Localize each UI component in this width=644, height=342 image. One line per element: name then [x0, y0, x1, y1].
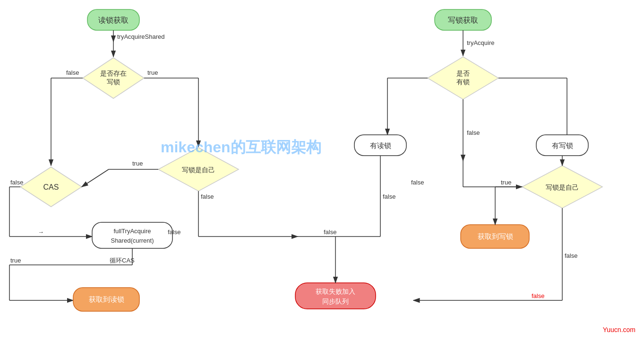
svg-rect-18: [92, 222, 172, 248]
try-acquire-shared-label: tryAcquireShared: [117, 33, 164, 40]
has-read-lock-label: 有读锁: [370, 141, 391, 149]
svg-line-13: [82, 169, 109, 187]
fail-queue-label2: 同步队列: [322, 298, 349, 305]
cas-label: CAS: [43, 183, 59, 191]
read-lock-label: 读锁获取: [98, 16, 129, 24]
false-cas-label: false: [10, 179, 23, 186]
get-write-lock-label: 获取到写锁: [478, 232, 513, 240]
false-write-self2-label: false: [565, 252, 577, 259]
check-lock-label2: 有锁: [456, 78, 470, 86]
full-try-label2: Shared(current): [111, 237, 154, 244]
try-acquire-label: tryAcquire: [467, 39, 495, 46]
svg-text:→: →: [38, 228, 44, 236]
false-check-lock-label: false: [467, 129, 480, 136]
svg-text:false: false: [532, 292, 544, 299]
diagram-container: 读锁获取 tryAcquireShared 是否存在 写锁 false true…: [0, 0, 644, 342]
false-write-self-down-label: false: [201, 193, 214, 200]
fail-queue-label1: 获取失败加入: [316, 288, 355, 295]
svg-text:false: false: [324, 228, 336, 236]
svg-text:true: true: [10, 257, 21, 264]
true-write-self-label: true: [132, 160, 143, 167]
check-write-lock-label: 是否存在: [100, 70, 127, 77]
check-lock-label1: 是否: [456, 70, 470, 77]
loop-cas-label: 循环CAS: [110, 257, 135, 264]
has-write-lock-label: 有写锁: [552, 141, 573, 149]
svg-text:false: false: [168, 228, 180, 236]
full-try-label1: fullTryAcquire: [114, 228, 151, 235]
get-read-lock-label: 获取到读锁: [89, 295, 124, 303]
write-self-label: 写锁是自己: [182, 166, 215, 174]
true-check-write-label: true: [147, 69, 158, 76]
flowchart-svg: 读锁获取 tryAcquireShared 是否存在 写锁 false true…: [0, 0, 644, 342]
svg-text:写锁: 写锁: [107, 78, 120, 86]
false-check-write-label: false: [66, 69, 79, 76]
write-lock-label: 写锁获取: [448, 16, 478, 24]
true-write-self2-label: true: [501, 179, 511, 186]
write-self2-label: 写锁是自己: [546, 184, 579, 191]
svg-text:false: false: [383, 193, 395, 200]
svg-text:false: false: [411, 179, 424, 186]
